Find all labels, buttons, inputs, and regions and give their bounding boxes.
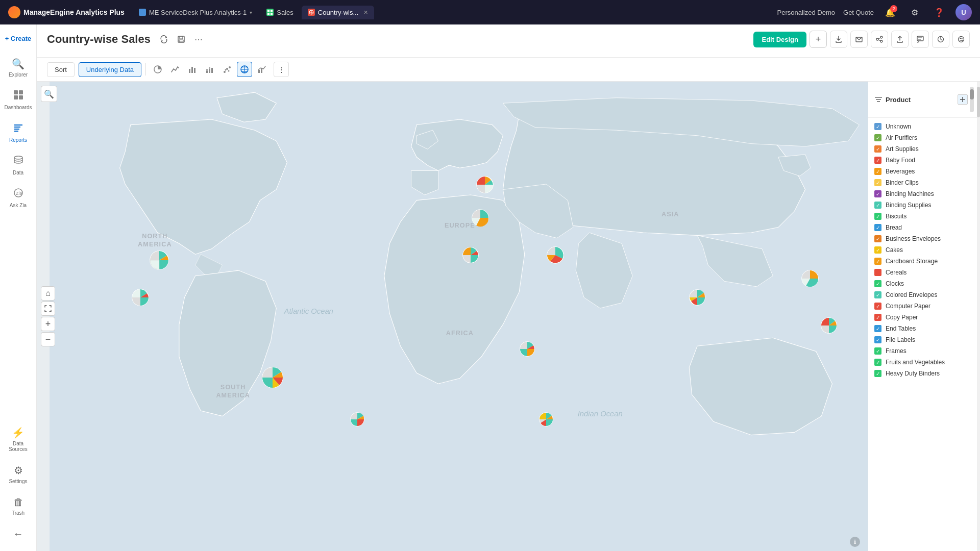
binder-clips-checkbox[interactable]: ✓ bbox=[874, 179, 881, 186]
cereals-checkbox[interactable] bbox=[874, 269, 881, 276]
legend-item-cereals[interactable]: Cereals bbox=[868, 267, 980, 278]
computer-paper-checkbox[interactable]: ✓ bbox=[874, 303, 881, 310]
stacked-bar-btn[interactable] bbox=[202, 62, 217, 77]
legend-item-cakes[interactable]: ✓ Cakes bbox=[868, 244, 980, 256]
sidebar-item-ask-zia[interactable]: Zia Ask Zia bbox=[2, 183, 35, 213]
heavy-duty-binders-checkbox[interactable]: ✓ bbox=[874, 370, 881, 377]
pie-marker-north-america-1[interactable] bbox=[149, 250, 169, 270]
legend-item-biscuits[interactable]: ✓ Biscuits bbox=[868, 211, 980, 222]
pie-marker-europe-2[interactable] bbox=[471, 209, 489, 227]
user-avatar[interactable]: U bbox=[955, 4, 972, 20]
underlying-data-btn[interactable]: Underlying Data bbox=[79, 62, 141, 77]
end-tables-checkbox[interactable]: ✓ bbox=[874, 325, 881, 332]
more-options-toolbar-btn[interactable]: ⋮ bbox=[274, 62, 289, 77]
sidebar-item-explorer[interactable]: 🔍 Explorer bbox=[2, 53, 35, 83]
map-info-btn[interactable]: ℹ bbox=[850, 537, 860, 547]
sidebar-item-data[interactable]: Data bbox=[2, 150, 35, 181]
file-labels-checkbox[interactable]: ✓ bbox=[874, 336, 881, 343]
colored-envelopes-checkbox[interactable]: ✓ bbox=[874, 291, 881, 298]
legend-item-air-purifiers[interactable]: ✓ Air Purifiers bbox=[868, 132, 980, 143]
legend-item-art-supplies[interactable]: ✓ Art Supplies bbox=[868, 143, 980, 155]
map-zoom-in-btn[interactable]: + bbox=[41, 317, 55, 331]
pie-marker-north-america-2[interactable] bbox=[131, 288, 150, 307]
business-envelopes-checkbox[interactable]: ✓ bbox=[874, 235, 881, 242]
email-btn[interactable] bbox=[850, 31, 868, 48]
beverages-checkbox[interactable]: ✓ bbox=[874, 168, 881, 175]
save-btn[interactable] bbox=[174, 32, 188, 46]
export-btn[interactable] bbox=[830, 31, 847, 48]
settings-nav-btn[interactable]: ⚙ bbox=[906, 4, 923, 20]
pie-chart-btn[interactable] bbox=[150, 62, 165, 77]
unknown-checkbox[interactable]: ✓ bbox=[874, 123, 881, 130]
legend-item-baby-food[interactable]: ✓ Baby Food bbox=[868, 155, 980, 166]
cardboard-storage-checkbox[interactable]: ✓ bbox=[874, 258, 881, 265]
sidebar-item-reports[interactable]: Reports bbox=[2, 117, 35, 148]
legend-item-end-tables[interactable]: ✓ End Tables bbox=[868, 323, 980, 334]
scatter-btn[interactable] bbox=[219, 62, 235, 77]
nav-tab-servicedesk[interactable]: ME ServiceDesk Plus Analytics-1 ▾ bbox=[133, 6, 258, 19]
baby-food-checkbox[interactable]: ✓ bbox=[874, 157, 881, 164]
cakes-checkbox[interactable]: ✓ bbox=[874, 246, 881, 254]
legend-item-beverages[interactable]: ✓ Beverages bbox=[868, 166, 980, 177]
biscuits-checkbox[interactable]: ✓ bbox=[874, 213, 881, 220]
map-search-btn[interactable]: 🔍 bbox=[41, 86, 57, 102]
copy-paper-checkbox[interactable]: ✓ bbox=[874, 314, 881, 321]
more-options-btn[interactable]: ⋯ bbox=[191, 32, 206, 46]
pie-marker-east-asia[interactable] bbox=[801, 269, 819, 288]
map-fullscreen-btn[interactable] bbox=[41, 302, 55, 316]
pie-marker-india[interactable] bbox=[689, 289, 706, 306]
add-component-btn[interactable]: + bbox=[810, 31, 827, 48]
publish-btn[interactable] bbox=[891, 31, 909, 48]
frames-checkbox[interactable]: ✓ bbox=[874, 347, 881, 355]
comment-btn[interactable] bbox=[912, 31, 929, 48]
share-btn[interactable] bbox=[871, 31, 888, 48]
personalized-demo-btn[interactable]: Personalized Demo bbox=[777, 9, 835, 16]
legend-item-binder-clips[interactable]: ✓ Binder Clips bbox=[868, 177, 980, 188]
map-zoom-out-btn[interactable]: − bbox=[41, 332, 55, 346]
sidebar-item-data-sources[interactable]: ⚡ Data Sources bbox=[2, 421, 35, 457]
legend-item-frames[interactable]: ✓ Frames bbox=[868, 345, 980, 357]
legend-item-cardboard-storage[interactable]: ✓ Cardboard Storage bbox=[868, 256, 980, 267]
legend-expand-btn[interactable] bbox=[958, 94, 968, 105]
pie-marker-southeast-asia[interactable] bbox=[820, 317, 838, 334]
map-home-btn[interactable]: ⌂ bbox=[41, 286, 55, 300]
legend-item-clocks[interactable]: ✓ Clocks bbox=[868, 278, 980, 289]
pie-marker-middle-east[interactable] bbox=[546, 246, 565, 264]
art-supplies-checkbox[interactable]: ✓ bbox=[874, 145, 881, 153]
legend-item-colored-envelopes[interactable]: ✓ Colored Envelopes bbox=[868, 289, 980, 300]
nav-tab-sales[interactable]: Sales bbox=[260, 6, 300, 19]
pie-marker-south-america[interactable] bbox=[261, 366, 284, 389]
fruits-vegetables-checkbox[interactable]: ✓ bbox=[874, 359, 881, 366]
clocks-checkbox[interactable]: ✓ bbox=[874, 280, 881, 287]
legend-item-bread[interactable]: ✓ Bread bbox=[868, 222, 980, 233]
legend-scroll-area[interactable]: ✓ Unknown ✓ Air Purifiers ✓ Art Supplies… bbox=[868, 118, 980, 551]
refresh-btn[interactable] bbox=[157, 32, 171, 46]
sidebar-item-dashboards[interactable]: Dashboards bbox=[2, 85, 35, 115]
legend-item-business-envelopes[interactable]: ✓ Business Envelopes bbox=[868, 233, 980, 244]
line-chart-btn[interactable] bbox=[167, 62, 183, 77]
get-quote-btn[interactable]: Get Quote bbox=[843, 9, 874, 16]
legend-scrollbar-track[interactable] bbox=[977, 82, 980, 551]
air-purifiers-checkbox[interactable]: ✓ bbox=[874, 134, 881, 141]
countrywise-tab-close[interactable]: ✕ bbox=[363, 9, 368, 16]
legend-item-copy-paper[interactable]: ✓ Copy Paper bbox=[868, 312, 980, 323]
legend-item-unknown[interactable]: ✓ Unknown bbox=[868, 121, 980, 132]
legend-item-heavy-duty-binders[interactable]: ✓ Heavy Duty Binders bbox=[868, 368, 980, 379]
bread-checkbox[interactable]: ✓ bbox=[874, 224, 881, 231]
pie-marker-south-africa[interactable] bbox=[538, 412, 554, 427]
sort-btn[interactable]: Sort bbox=[47, 62, 75, 77]
binding-supplies-checkbox[interactable]: ✓ bbox=[874, 202, 881, 209]
edit-design-button[interactable]: Edit Design bbox=[753, 32, 806, 47]
notifications-btn[interactable]: 🔔 2 bbox=[882, 4, 898, 20]
more-chart-types-btn[interactable] bbox=[254, 62, 270, 77]
sidebar-item-back[interactable]: ← bbox=[2, 523, 35, 545]
legend-item-binding-machines[interactable]: ✓ Binding Machines bbox=[868, 188, 980, 199]
legend-item-file-labels[interactable]: ✓ File Labels bbox=[868, 334, 980, 345]
legend-item-fruits-vegetables[interactable]: ✓ Fruits and Vegetables bbox=[868, 357, 980, 368]
sidebar-item-trash[interactable]: 🗑 Trash bbox=[2, 491, 35, 521]
pie-marker-east-africa[interactable] bbox=[519, 341, 535, 357]
pie-marker-south-america-2[interactable] bbox=[350, 412, 365, 427]
binding-machines-checkbox[interactable]: ✓ bbox=[874, 190, 881, 197]
legend-scrollbar[interactable] bbox=[970, 87, 974, 112]
map-chart-btn[interactable] bbox=[237, 62, 252, 77]
